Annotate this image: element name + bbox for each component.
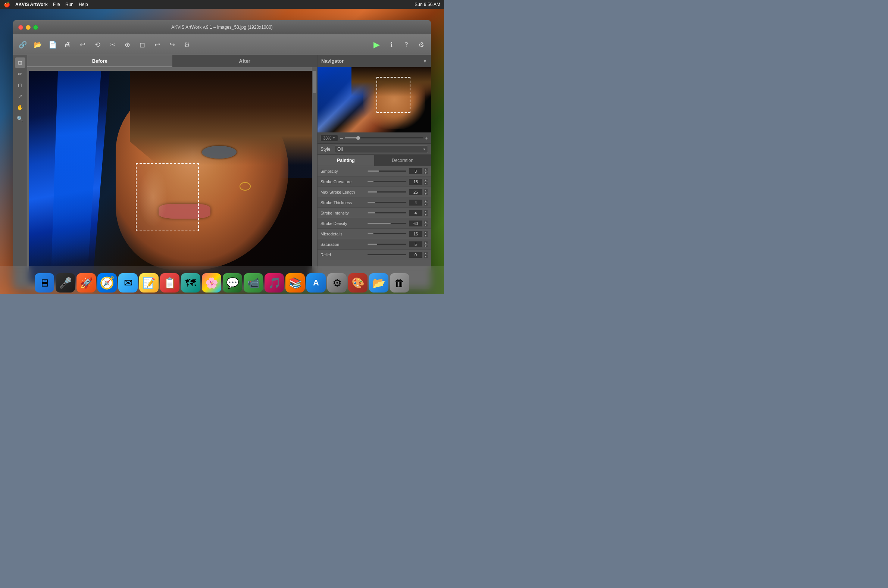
tab-after[interactable]: After [172,55,318,67]
step-down[interactable]: ▼ [423,255,428,258]
param-slider[interactable] [368,181,406,182]
info-button[interactable]: ℹ [385,38,398,51]
step-up[interactable]: ▲ [423,220,428,224]
dock-item-photos[interactable]: 🌸 [202,273,221,292]
menu-help[interactable]: Help [79,2,88,7]
param-slider[interactable] [368,233,406,234]
menubar-right: Sun 9:56 AM [414,2,440,7]
tool-hand[interactable]: ✋ [15,102,26,112]
param-stepper: ▲ ▼ [423,252,428,258]
step-up[interactable]: ▲ [423,252,428,255]
step-up[interactable]: ▲ [423,168,428,171]
tool-zoom[interactable]: 🔍 [15,113,26,124]
param-slider-fill [368,212,375,213]
param-slider[interactable] [368,223,406,224]
step-up[interactable]: ▲ [423,241,428,244]
dock-item-files[interactable]: 📂 [369,273,388,292]
step-up[interactable]: ▲ [423,231,428,234]
step-down[interactable]: ▼ [423,213,428,216]
apple-menu[interactable]: 🍎 [4,2,10,8]
step-down[interactable]: ▼ [423,202,428,206]
toolbar-btn-crop-tool[interactable]: ✂ [106,38,119,51]
step-down[interactable]: ▼ [423,224,428,227]
toolbar-btn-erase[interactable]: ◻ [135,38,149,51]
run-button[interactable]: ▶ [370,38,383,51]
tool-crop[interactable]: ⤢ [15,91,26,102]
dock-item-siri[interactable]: 🎤 [56,273,75,292]
toolbar-btn-clone-tool[interactable]: ⊕ [120,38,134,51]
step-up[interactable]: ▲ [423,199,428,202]
dock-item-books[interactable]: 📚 [285,273,305,292]
param-label: Relief [321,253,365,257]
dock-item-appstore[interactable]: A [306,273,326,292]
param-slider[interactable] [368,202,406,203]
param-slider[interactable] [368,191,406,192]
tool-eraser[interactable]: ◻ [15,80,26,90]
navigator-collapse-arrow[interactable]: ▼ [423,58,427,64]
dock-item-mail[interactable]: ✉ [118,273,138,292]
step-down[interactable]: ▼ [423,192,428,195]
fullscreen-button[interactable] [33,25,38,30]
dock-item-akvis[interactable]: 🎨 [348,273,368,292]
step-down[interactable]: ▼ [423,234,428,237]
step-up[interactable]: ▲ [423,189,428,192]
dock-item-notes[interactable]: 📝 [139,273,159,292]
minimize-button[interactable] [26,25,31,30]
zoom-slider-thumb[interactable] [356,136,360,140]
step-down[interactable]: ▼ [423,182,428,185]
param-row-max-stroke-length: Max Stroke Length 25 ▲ ▼ [318,187,431,197]
tool-brush[interactable]: ✏ [15,69,26,79]
dock-item-reminders[interactable]: 📋 [160,273,180,292]
dock-item-music[interactable]: 🎵 [264,273,284,292]
help-button[interactable]: ? [400,38,413,51]
dock-item-safari[interactable]: 🧭 [98,273,117,292]
tool-selection[interactable]: ⊞ [15,57,26,68]
preferences-button[interactable]: ⚙ [414,38,428,51]
toolbar-btn-link[interactable]: 🔗 [16,38,30,51]
dock-item-system-prefs[interactable]: ⚙ [327,273,346,292]
param-slider[interactable] [368,254,406,255]
tab-painting[interactable]: Painting [318,155,374,166]
dock-item-trash[interactable]: 🗑 [390,273,409,292]
dock-item-launchpad[interactable]: 🚀 [76,273,96,292]
scroll-thumb-v[interactable] [313,71,316,93]
menubar-clock: Sun 9:56 AM [414,2,440,7]
canvas-view[interactable]: ◀ ▶ [27,67,317,289]
dock-item-maps[interactable]: 🗺 [181,273,200,292]
close-button[interactable] [18,25,23,30]
step-down[interactable]: ▼ [423,244,428,248]
nav-selection-rect[interactable] [376,77,410,112]
step-up[interactable]: ▲ [423,178,428,182]
toolbar-btn-redo[interactable]: ↪ [165,38,179,51]
dock-item-finder[interactable]: 🖥 [35,273,54,292]
toolbar-btn-undo[interactable]: ↩ [150,38,164,51]
app-menu-name[interactable]: AKVIS ArtWork [15,2,48,7]
zoom-slider-container: – + [340,135,428,141]
param-slider[interactable] [368,171,406,172]
toolbar-btn-open[interactable]: 📂 [31,38,44,51]
zoom-dropdown-arrow[interactable]: ▼ [333,136,335,140]
menubar: 🍎 AKVIS ArtWork File Run Help Sun 9:56 A… [0,0,444,9]
toolbar-btn-rotate[interactable]: ↩ [76,38,89,51]
step-down[interactable]: ▼ [423,171,428,175]
vertical-scrollbar[interactable] [312,67,317,284]
tab-before[interactable]: Before [27,55,172,67]
menu-run[interactable]: Run [65,2,74,7]
zoom-minus-btn[interactable]: – [340,135,343,141]
tab-decoration[interactable]: Decoration [374,155,431,166]
param-slider[interactable] [368,244,406,245]
toolbar-btn-flip-h[interactable]: ⟲ [91,38,104,51]
toolbar-btn-print[interactable]: 🖨 [61,38,74,51]
zoom-plus-btn[interactable]: + [425,135,428,141]
zoom-slider-track[interactable] [345,137,423,138]
toolbar-btn-save-doc[interactable]: 📄 [46,38,59,51]
style-select[interactable]: Oil Watercolor Gouache Pencil Comics [334,146,428,153]
dock-item-messages[interactable]: 💬 [223,273,242,292]
menu-file[interactable]: File [53,2,60,7]
step-up[interactable]: ▲ [423,210,428,213]
toolbar-right: ▶ ℹ ? ⚙ [370,38,428,51]
toolbar-btn-gear[interactable]: ⚙ [180,38,194,51]
zoom-value-display[interactable]: 33% ▼ [321,135,338,141]
dock-item-facetime[interactable]: 📹 [244,273,263,292]
param-slider[interactable] [368,212,406,213]
